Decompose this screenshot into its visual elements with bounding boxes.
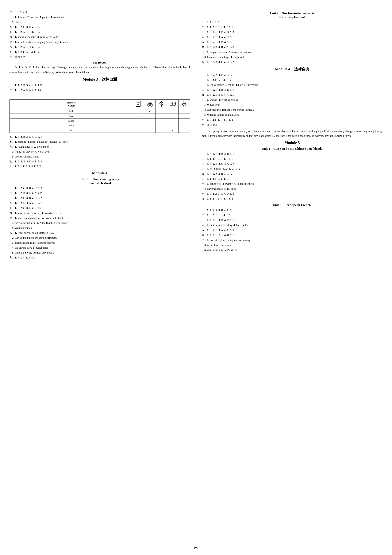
french-answers: 一、1. A 2. A 3. B 4. A 5. B 二、1. F 2. T 3… xyxy=(202,208,383,252)
svg-line-26 xyxy=(183,106,183,107)
hobby-table: HobbiesNames xyxy=(9,100,190,133)
spring-festival-answers: 一、2 4 1 3 5 二、1. T 2. T 3. F 4. T 5. F 三… xyxy=(202,20,383,64)
answer-line: 二、1. T 2. T 3. F 4. T 5. F xyxy=(202,25,383,29)
answer-line: 二、1. F 2. T 3. F 4. T 5. F xyxy=(202,213,383,217)
answer-line: 九、1. T 2. T 3. F 4. T 5. T xyxy=(202,197,383,201)
hobby-icon-bicycle xyxy=(144,100,156,109)
check-cell: ✓ xyxy=(144,109,156,114)
answer-line: 5. What do you do on Flag Day? xyxy=(202,113,383,117)
table-label: 三、 xyxy=(9,95,15,98)
check-cell xyxy=(156,128,167,132)
table-section: 三、 HobbiesNames xyxy=(9,95,190,133)
answer-line: 九、1. T 2. F 3. F 4. F 5. F xyxy=(9,50,190,54)
pen-friend-answers: 一、1. A 2. B 3. B 4. B 5. B 二、1. T 2. T 3… xyxy=(202,152,383,201)
check-cell xyxy=(179,123,190,128)
answer-line: 4. Our favourite festival is the Spring … xyxy=(202,108,383,112)
essay-title: My Hobby xyxy=(9,61,190,64)
answer-line: 七、1. bicycles/bikes 2. Singing 3. watchi… xyxy=(9,40,190,44)
answer-line: 四、1. B 2. C 3. A 4. C 5. B xyxy=(202,35,383,39)
student-name: Alex xyxy=(10,128,133,132)
answer-line: 三、1. they are 2. hobbies 3. photos 4. Am… xyxy=(9,15,190,19)
answer-line: 八、1. E 2. A 3. D 4. C 5. B xyxy=(9,45,190,49)
answer-line: 3. What's your xyxy=(202,102,383,107)
answer-line: 八、1. What do you do on Mother's Day? xyxy=(9,231,190,235)
essay-body: I'm Lily. I'm 12. I like collecting toys… xyxy=(9,65,190,74)
check-cell xyxy=(167,123,179,128)
answer-line: 五、1. E 2. A 3. C 4. D 5. B xyxy=(9,30,190,34)
answer-line: 七、1. my pet dog 2. reading and swimming xyxy=(202,238,383,242)
answer-line: 二、1. B 2. A 3. B 4. A 5. C xyxy=(9,88,190,92)
check-cell xyxy=(133,109,144,114)
answer-line: 六、1. Flying kites is 2. a picture of xyxy=(9,145,190,149)
check-cell xyxy=(167,114,179,118)
module5-title: Module 5 xyxy=(202,140,383,145)
check-cell xyxy=(133,128,144,132)
answer-line: 五、1. D 2. E 3. B 4. A 5. C xyxy=(202,40,383,44)
check-cell xyxy=(167,118,179,123)
answer-line: 六、1. Do; fly 2. What do you do xyxy=(202,98,383,102)
answer-line: 一、1. A 2. B 3. B 4. B 5. B xyxy=(202,152,383,156)
hobby-icon-reading xyxy=(167,100,179,109)
answer-line: 3. have a special meal 4. After Thanksgi… xyxy=(9,221,190,225)
answer-line: 三、1. A 2. C 3. B 4. C 5. B xyxy=(202,218,383,222)
answer-line: 三、1. B 2. C 3. E 4. D 5. A xyxy=(202,30,383,34)
essay-spring-festival: The Spring Festival comes in January or … xyxy=(202,129,383,138)
essay-my-hobby: My Hobby I'm Lily. I'm 12. I like collec… xyxy=(9,61,190,74)
module4-self-test-title: Module 4 达标自测 xyxy=(202,66,383,72)
essay-body: The Spring Festival comes in January or … xyxy=(202,129,383,138)
svg-line-24 xyxy=(182,104,183,105)
check-cell xyxy=(179,114,190,118)
check-cell: ✓ xyxy=(167,128,179,132)
answer-line: 七、1. D 2. B 3. C 4. E 5. A xyxy=(9,159,190,164)
unit1-thanksgiving-title: Unit 1 Thanksgiving is myfavourite festi… xyxy=(9,177,190,185)
page: 二、3 1 5 2 4 三、1. they are 2. hobbies 3. … xyxy=(0,0,392,555)
unit1-pen-friend-title: Unit 1 Can you be my Chinese pen friend? xyxy=(202,146,383,151)
hobby-icon-book xyxy=(133,100,144,109)
answer-line: 二、1. F 2. F 3. F 4. T 5. F xyxy=(202,78,383,82)
student-name: Fred xyxy=(10,114,133,118)
answer-line: 四、1. in 2. speak 3. riding 4. likes 5. D… xyxy=(202,223,383,227)
check-cell xyxy=(144,123,156,128)
answer-line: 一、1. A 2. A 3. B 4. A 5. B xyxy=(202,208,383,212)
check-cell xyxy=(156,114,167,118)
check-cell xyxy=(156,118,167,123)
check-cell xyxy=(179,109,190,114)
check-cell: ✓ xyxy=(179,118,190,123)
answer-line: 五、1. C 2. C 3. A 4. B 5. C xyxy=(9,206,190,210)
answer-line: 五、1. B 2. B 3. A 4. A 5. A xyxy=(202,228,383,233)
check-cell xyxy=(144,118,156,123)
answer-line: 八、参考范文： xyxy=(202,123,383,127)
check-cell: ✓ xyxy=(156,123,167,128)
right-column: Unit 2 Our favourite festival isthe Spri… xyxy=(196,7,386,548)
answer-line: 八、1. T 2. F 3. F 4. F 5. T xyxy=(9,164,190,169)
answer-line: 六、1. have 2. for 3. lots of 4. sounds 5.… xyxy=(9,211,190,215)
answer-line: 3. Thanksgiving is my favourite festival… xyxy=(9,241,190,245)
module3-answers: 一、1. A 2. B 3. A 4. A 5. B 二、1. B 2. A 3… xyxy=(9,83,190,92)
module3-title: Module 3 达标自测 xyxy=(9,77,190,82)
unit2-french-title: Unit 2 I can speak French. xyxy=(202,203,383,207)
answer-line: 二、1. C 2. B 3. A 4. A 5. B xyxy=(9,191,190,195)
student-name: Sally xyxy=(10,123,133,128)
answer-line: 六、1. books 2. hobbies 3. caps 4. are 5. … xyxy=(9,35,190,39)
module3-more-answers: 四、1. B 2. B 3. C 4. C 5. B 五、1. painting… xyxy=(9,135,190,169)
answer-line: 4. play basketball 5. fly kites xyxy=(202,187,383,191)
answer-line: 八、1. E 2. A 3. C 4. D 5. B xyxy=(202,191,383,196)
answer-line: 七、1. dance well 2. swim well 3. take pic… xyxy=(202,182,383,186)
module4-unit1-answers: 一、1. B 2. C 3. B 4. C 5. A 二、1. C 2. B 3… xyxy=(9,186,190,260)
answer-line: 3. riding my bicycle 4. No; I haven't xyxy=(9,149,190,154)
answer-line: 4. what I can sing 5. Please be xyxy=(202,248,383,252)
answer-line: 5. another Chinese stamp xyxy=(9,154,190,159)
answer-line: 一、1. D 2. A 3. E 4. C 5. B xyxy=(202,73,383,77)
answer-line: 八、1. B 2. A 3. C 4. B 5. A xyxy=(202,60,383,64)
answer-line: 九、1. F 2. T 3. F 4. T xyxy=(9,256,190,260)
answer-line: 二、1. T 2. T 3. F 4. T 5. F xyxy=(202,157,383,161)
left-top-answers: 二、3 1 5 2 4 三、1. they are 2. hobbies 3. … xyxy=(9,10,190,59)
answer-line: 六、1. A 2. A 3. B 4. A 5. A xyxy=(202,45,383,49)
left-column: 二、3 1 5 2 4 三、1. they are 2. hobbies 3. … xyxy=(6,7,196,548)
answer-line: 七、1. like Thanksgiving 2. my favourite f… xyxy=(9,216,190,220)
answer-line: 四、1. B 2. C 3. B 4. B 5. A xyxy=(202,88,383,92)
svg-line-27 xyxy=(185,106,185,107)
check-cell: ✓ xyxy=(133,114,144,118)
check-cell xyxy=(144,128,156,132)
svg-point-23 xyxy=(183,101,185,103)
